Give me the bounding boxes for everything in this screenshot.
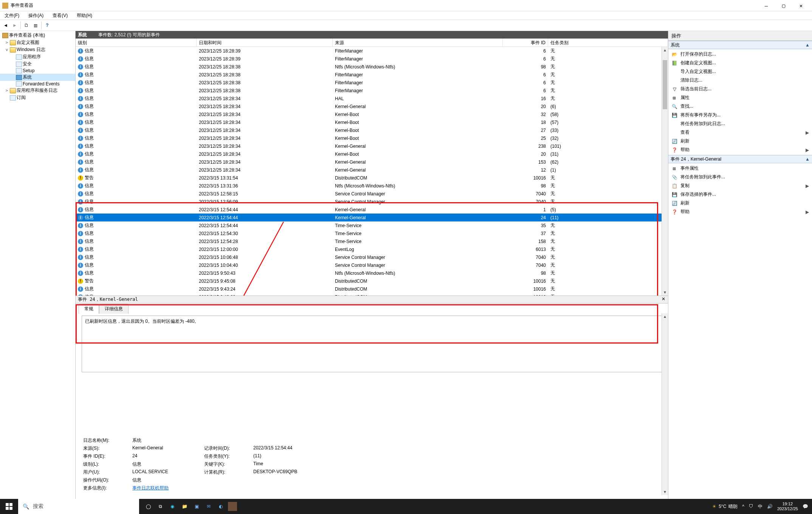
col-task[interactable]: 任务类别: [548, 39, 668, 46]
col-level[interactable]: 级别: [76, 39, 197, 46]
event-row[interactable]: i信息2023/12/25 18:28:34Kernel-General12(1…: [76, 166, 668, 174]
event-row[interactable]: i信息2023/12/25 18:28:34Kernel-Boot18(57): [76, 118, 668, 126]
menu-file[interactable]: 文件(F): [3, 12, 21, 19]
tree-root[interactable]: 事件查看器 (本地): [0, 32, 75, 39]
tray-network-icon[interactable]: ⛉: [749, 504, 753, 509]
mail-icon[interactable]: ✉: [204, 502, 214, 511]
menu-view[interactable]: 查看(V): [51, 12, 69, 19]
tree-system[interactable]: 系统: [0, 74, 75, 81]
event-row[interactable]: i信息2023/12/25 18:28:38FilterManager6无: [76, 79, 668, 87]
forward-button[interactable]: ►: [11, 21, 19, 29]
event-row[interactable]: i信息2022/3/15 9:50:43Ntfs (Microsoft-Wind…: [76, 269, 668, 277]
tree-security[interactable]: 安全: [0, 60, 75, 68]
event-row[interactable]: i信息2022/3/15 9:43:24DistributedCOM10016无: [76, 285, 668, 293]
action-item[interactable]: 💾将所有事件另存为...: [668, 111, 812, 119]
event-row[interactable]: i信息2022/3/15 13:31:36Ntfs (Microsoft-Win…: [76, 182, 668, 190]
tree-forwarded[interactable]: Forwarded Events: [0, 81, 75, 87]
col-eid[interactable]: 事件 ID: [503, 39, 548, 46]
event-row[interactable]: i信息2022/3/15 10:06:48Service Control Man…: [76, 253, 668, 261]
event-row[interactable]: i信息2022/3/15 12:54:44Time-Service35无: [76, 221, 668, 229]
menu-help[interactable]: 帮助(H): [75, 12, 94, 19]
action-item[interactable]: 🔄刷新: [668, 137, 812, 146]
action-item[interactable]: 🔄刷新: [668, 199, 812, 207]
scroll-up-icon[interactable]: ▲: [662, 47, 668, 53]
grid-body[interactable]: i信息2023/12/25 18:28:39FilterManager6无i信息…: [76, 47, 668, 296]
event-row[interactable]: i信息2022/3/15 12:54:44Kernel-General1(5): [76, 206, 668, 214]
app-icon[interactable]: [228, 502, 237, 511]
tree-windows-logs[interactable]: vWindows 日志: [0, 46, 75, 53]
notification-icon[interactable]: 💬: [803, 504, 808, 509]
event-row[interactable]: !警告2022/3/15 9:45:08DistributedCOM10016无: [76, 277, 668, 285]
tab-general[interactable]: 常规: [79, 304, 99, 314]
action-item[interactable]: 清除日志...: [668, 76, 812, 85]
event-row[interactable]: i信息2023/12/25 18:28:34Kernel-General238(…: [76, 142, 668, 150]
action-item[interactable]: 将任务附加到此日志...: [668, 119, 812, 128]
tray-ime-icon[interactable]: 中: [758, 503, 762, 510]
action-item[interactable]: ❓帮助▶: [668, 207, 812, 216]
action-item[interactable]: 📗创建自定义视图...: [668, 59, 812, 67]
event-row[interactable]: i信息2022/3/15 12:54:28Time-Service158无: [76, 237, 668, 245]
cortana-icon[interactable]: ◯: [143, 502, 153, 511]
event-row[interactable]: i信息2023/12/25 18:28:34Kernel-General153(…: [76, 158, 668, 166]
action-item[interactable]: 💾保存选择的事件...: [668, 190, 812, 199]
event-row[interactable]: i信息2022/3/15 12:54:44Kernel-General24(11…: [76, 214, 668, 221]
store-icon[interactable]: ▣: [192, 502, 201, 511]
event-row[interactable]: i信息2023/12/25 18:28:39FilterManager6无: [76, 47, 668, 55]
actions-section-event[interactable]: 事件 24，Kernel-General▲: [668, 155, 812, 163]
close-button[interactable]: ✕: [792, 0, 810, 11]
action-menu-button[interactable]: 🗋: [22, 21, 31, 29]
event-row[interactable]: i信息2023/12/25 18:28:38Ntfs (Microsoft-Wi…: [76, 63, 668, 71]
detail-scrollbar[interactable]: ▲ ▼: [662, 313, 668, 495]
tree-app-service-logs[interactable]: >应用程序和服务日志: [0, 87, 75, 94]
event-row[interactable]: i信息2023/12/25 18:28:34Kernel-Boot32(58): [76, 110, 668, 118]
task-view-icon[interactable]: ⧉: [155, 502, 165, 511]
event-row[interactable]: i信息2022/3/15 12:54:30Time-Service37无: [76, 229, 668, 237]
detail-more-link[interactable]: 事件日志联机帮助: [132, 485, 200, 491]
event-row[interactable]: i信息2022/3/15 12:58:15Service Control Man…: [76, 190, 668, 198]
scroll-thumb[interactable]: [663, 60, 667, 109]
help-button[interactable]: ?: [43, 21, 51, 29]
event-row[interactable]: i信息2023/12/25 18:28:34Kernel-General20(6…: [76, 102, 668, 110]
start-button[interactable]: [0, 499, 18, 514]
scroll-down-icon[interactable]: ▼: [662, 289, 668, 296]
event-row[interactable]: i信息2023/12/25 18:28:38FilterManager6无: [76, 87, 668, 94]
tree-app[interactable]: 应用程序: [0, 53, 75, 60]
action-item[interactable]: 🗉属性: [668, 93, 812, 102]
maximize-button[interactable]: ▢: [775, 0, 792, 11]
filter-button[interactable]: ▥: [31, 21, 40, 29]
weather-icon[interactable]: ◐: [216, 502, 226, 511]
event-row[interactable]: i信息2022/3/15 12:00:00EventLog6013无: [76, 245, 668, 253]
actions-section-system[interactable]: 系统▲: [668, 41, 812, 49]
tree-setup[interactable]: Setup: [0, 68, 75, 74]
event-row[interactable]: i信息2022/3/15 10:04:40Service Control Man…: [76, 261, 668, 269]
action-item[interactable]: 📋复制▶: [668, 181, 812, 190]
action-item[interactable]: 📂打开保存的日志...: [668, 50, 812, 59]
taskbar-weather[interactable]: ☀ 5°C 晴朗: [712, 503, 738, 510]
menu-action[interactable]: 操作(A): [27, 12, 45, 19]
detail-close-button[interactable]: ✕: [660, 296, 666, 302]
event-row[interactable]: i信息2023/12/25 18:28:38FilterManager6无: [76, 71, 668, 79]
event-row[interactable]: i信息2022/3/15 12:56:09Service Control Man…: [76, 198, 668, 206]
tray-sound-icon[interactable]: 🔊: [767, 504, 773, 509]
action-item[interactable]: 🔍查找...: [668, 102, 812, 111]
action-item[interactable]: ▽筛选当前日志...: [668, 85, 812, 93]
col-source[interactable]: 来源: [333, 39, 503, 46]
action-item[interactable]: 导入自定义视图...: [668, 67, 812, 76]
event-row[interactable]: i信息2023/12/25 18:28:34Kernel-Boot20(31): [76, 150, 668, 158]
event-row[interactable]: !警告2022/3/15 13:31:54DistributedCOM10016…: [76, 174, 668, 182]
event-row[interactable]: i信息2023/12/25 18:28:34HAL16无: [76, 94, 668, 102]
action-item[interactable]: 🗉事件属性: [668, 164, 812, 173]
taskbar-clock[interactable]: 19:12 2023/12/25: [777, 502, 798, 511]
event-row[interactable]: i信息2022/3/15 9:43:20DistributedCOM10016无: [76, 293, 668, 296]
minimize-button[interactable]: —: [758, 0, 775, 11]
event-row[interactable]: i信息2023/12/25 18:28:34Kernel-Boot27(33): [76, 126, 668, 134]
explorer-icon[interactable]: 📁: [180, 502, 189, 511]
col-datetime[interactable]: 日期和时间: [197, 39, 333, 46]
taskbar-search[interactable]: 🔍 搜索: [18, 499, 139, 514]
tray-chevron-icon[interactable]: ^: [742, 504, 744, 509]
tab-details[interactable]: 详细信息: [99, 304, 129, 314]
grid-scrollbar[interactable]: ▲ ▼: [662, 47, 668, 296]
event-row[interactable]: i信息2023/12/25 18:28:34Kernel-Boot25(32): [76, 134, 668, 142]
action-item[interactable]: ❓帮助▶: [668, 146, 812, 154]
edge-icon[interactable]: ◉: [167, 502, 177, 511]
